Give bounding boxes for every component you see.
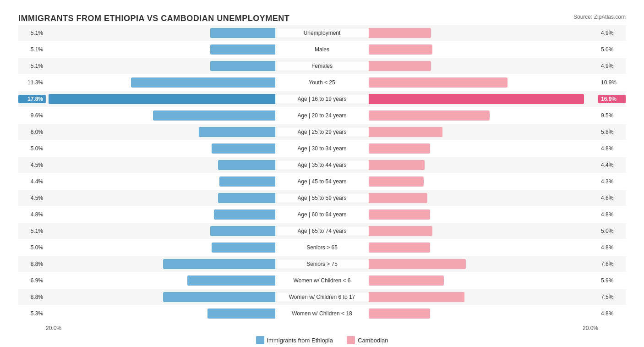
left-value: 6.0% [18, 129, 46, 135]
left-value: 8.8% [18, 261, 46, 267]
left-value: 4.5% [18, 162, 46, 168]
bars-wrapper: Women w/ Children < 6 [46, 273, 598, 288]
right-value: 4.8% [598, 244, 626, 251]
bar-section: Age | 25 to 29 years [46, 124, 598, 140]
left-value: 4.8% [18, 211, 46, 218]
right-bar-container [368, 28, 598, 38]
chart-row: 9.6% Age | 20 to 24 years 9.5% [18, 108, 626, 123]
center-label: Age | 16 to 19 years [276, 95, 368, 103]
bar-section: Women w/ Children < 18 [46, 306, 598, 321]
left-bar [210, 28, 275, 38]
left-value: 5.1% [18, 46, 46, 53]
legend-box-left [256, 336, 264, 344]
right-bar [369, 110, 490, 121]
bar-section: Age | 16 to 19 years [46, 91, 598, 107]
chart-row: 5.1% Age | 65 to 74 years 5.0% [18, 223, 626, 239]
right-bar [369, 94, 584, 104]
right-value: 9.5% [598, 112, 626, 119]
left-bar-container [46, 61, 276, 71]
bars-wrapper: Age | 45 to 54 years [46, 174, 598, 189]
bars-wrapper: Age | 35 to 44 years [46, 157, 598, 173]
left-value: 4.5% [18, 195, 46, 201]
left-bar-container [46, 94, 276, 104]
right-bar [369, 143, 430, 154]
bar-section: Seniors > 75 [46, 256, 598, 272]
right-bar [369, 160, 425, 170]
center-label: Women w/ Children < 18 [276, 309, 368, 318]
bar-section: Unemployment [46, 25, 598, 41]
bar-section: Males [46, 42, 598, 57]
legend-label-right: Cambodian [358, 337, 388, 344]
chart-row: 5.1% Unemployment 4.9% [18, 25, 626, 41]
center-label: Seniors > 75 [276, 260, 368, 268]
center-label: Age | 60 to 64 years [276, 210, 368, 219]
center-label: Women w/ Children 6 to 17 [276, 293, 368, 301]
legend: Immigrants from Ethiopia Cambodian [18, 336, 626, 344]
left-bar-container [46, 127, 276, 137]
bars-wrapper: Males [46, 42, 598, 57]
right-value: 4.6% [598, 195, 626, 201]
right-bar-container [368, 143, 598, 154]
bars-wrapper: Women w/ Children < 18 [46, 306, 598, 321]
left-bar-container [46, 176, 276, 187]
right-bar-container [368, 44, 598, 55]
left-value: 11.3% [18, 79, 46, 86]
chart-row: 5.0% Age | 30 to 34 years 4.8% [18, 141, 626, 156]
left-bar [187, 275, 275, 286]
right-bar [369, 275, 444, 286]
bars-wrapper: Age | 25 to 29 years [46, 124, 598, 140]
left-bar [131, 77, 275, 88]
right-bar-container [368, 292, 598, 302]
right-bar [369, 127, 442, 137]
left-bar-container [46, 226, 276, 236]
right-bar-container [368, 61, 598, 71]
chart-row: 5.0% Seniors > 65 4.8% [18, 240, 626, 255]
left-bar-container [46, 275, 276, 286]
left-bar [207, 308, 275, 319]
chart-row: 4.8% Age | 60 to 64 years 4.8% [18, 207, 626, 222]
left-bar [49, 94, 275, 104]
left-bar-container [46, 308, 276, 319]
right-value: 4.8% [598, 310, 626, 317]
right-value: 7.6% [598, 261, 626, 267]
right-value: 5.9% [598, 277, 626, 284]
chart-row: 5.1% Males 5.0% [18, 42, 626, 57]
bars-wrapper: Age | 60 to 64 years [46, 207, 598, 222]
chart-row: 17.8% Age | 16 to 19 years 16.9% [18, 91, 626, 107]
right-bar-container [368, 176, 598, 187]
chart-row: 8.8% Women w/ Children 6 to 17 7.5% [18, 289, 626, 305]
chart-row: 8.8% Seniors > 75 7.6% [18, 256, 626, 272]
chart-container: IMMIGRANTS FROM ETHIOPIA VS CAMBODIAN UN… [9, 9, 635, 347]
right-bar [369, 259, 466, 269]
center-label: Age | 20 to 24 years [276, 111, 368, 120]
bar-section: Women w/ Children < 6 [46, 273, 598, 288]
left-value: 9.6% [18, 112, 46, 119]
legend-item-left: Immigrants from Ethiopia [256, 336, 333, 344]
right-bar-container [368, 259, 598, 269]
x-label-left: 20.0% [46, 325, 73, 331]
right-bar [369, 28, 431, 38]
left-bar [163, 292, 275, 302]
bars-wrapper: Age | 16 to 19 years [46, 91, 598, 107]
left-value: 5.1% [18, 30, 46, 36]
bar-section: Age | 30 to 34 years [46, 141, 598, 156]
left-bar [212, 242, 275, 253]
left-value: 4.4% [18, 178, 46, 185]
right-bar-container [368, 209, 598, 220]
right-value: 7.5% [598, 294, 626, 300]
chart-row: 11.3% Youth < 25 10.9% [18, 75, 626, 90]
right-bar-container [368, 127, 598, 137]
center-label: Age | 65 to 74 years [276, 227, 368, 235]
left-bar-container [46, 242, 276, 253]
right-value: 16.9% [598, 95, 626, 103]
center-label: Age | 55 to 59 years [276, 194, 368, 202]
left-bar-container [46, 110, 276, 121]
bars-wrapper: Seniors > 65 [46, 240, 598, 255]
bars-wrapper: Women w/ Children 6 to 17 [46, 289, 598, 305]
left-bar-container [46, 160, 276, 170]
center-label: Seniors > 65 [276, 243, 368, 252]
left-bar [214, 209, 275, 220]
left-bar-container [46, 193, 276, 203]
left-bar [212, 143, 275, 154]
chart-row: 6.9% Women w/ Children < 6 5.9% [18, 273, 626, 288]
